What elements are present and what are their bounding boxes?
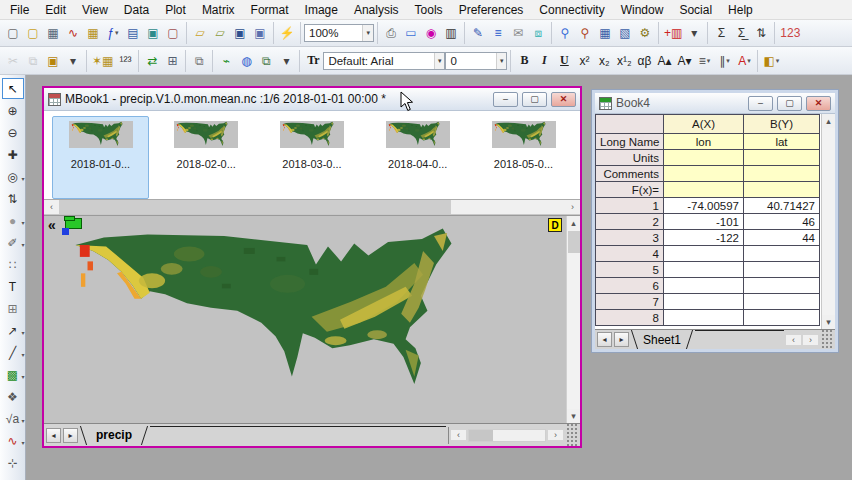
italic-button[interactable]: I: [534, 50, 554, 71]
cell-a[interactable]: -101: [664, 214, 744, 230]
tab-next-icon[interactable]: ▸: [614, 332, 629, 347]
chevron-down-icon[interactable]: ▾: [434, 53, 445, 69]
tab-next-icon[interactable]: ▸: [63, 428, 78, 443]
cell-b[interactable]: lat: [744, 134, 820, 150]
tab-precip[interactable]: precip: [80, 426, 148, 445]
connector-clone-button[interactable]: ⧉: [256, 50, 276, 71]
save-project-button[interactable]: ▣: [230, 23, 250, 44]
cell-b[interactable]: 44: [744, 230, 820, 246]
data-connector-button[interactable]: ⌁: [216, 50, 236, 71]
menu-item[interactable]: Preferences: [451, 1, 532, 19]
menu-item[interactable]: Data: [116, 1, 157, 19]
data-reader-tool[interactable]: ◎: [2, 166, 24, 187]
minimize-button[interactable]: ‒: [748, 96, 773, 111]
menu-item[interactable]: Image: [297, 1, 346, 19]
set-values-button[interactable]: 123: [778, 23, 802, 44]
equation-tool[interactable]: √a: [2, 408, 24, 429]
close-button[interactable]: ✕: [551, 92, 576, 107]
zoom-out-tool[interactable]: ⊖: [2, 122, 24, 143]
slice-thumbnail[interactable]: 2018-01-0...: [52, 116, 149, 199]
cell-a[interactable]: -74.00597: [664, 198, 744, 214]
mbook1-titlebar[interactable]: MBook1 - precip.V1.0.mon.mean.nc :1/6 20…: [44, 88, 580, 111]
worksheet-view-button[interactable]: ▦: [595, 23, 615, 44]
row-header-cell[interactable]: 7: [596, 294, 664, 310]
polygon-tool[interactable]: ▩: [2, 364, 24, 385]
menu-item[interactable]: Social: [671, 1, 720, 19]
row-header-cell[interactable]: 3: [596, 230, 664, 246]
sheet-vertical-scrollbar[interactable]: ▴ ▾: [821, 114, 835, 329]
sum-column-button[interactable]: Σ: [711, 23, 731, 44]
cell-b[interactable]: [744, 310, 820, 326]
scroll-up-icon[interactable]: ▴: [567, 216, 581, 230]
cell-a[interactable]: [664, 310, 744, 326]
row-header-cell[interactable]: Comments: [596, 166, 664, 182]
distribute-button[interactable]: ∥: [714, 50, 734, 71]
font-button[interactable]: Tr: [303, 50, 323, 71]
scrollbar-thumb[interactable]: [59, 200, 451, 214]
scroll-down-icon[interactable]: ▾: [567, 409, 581, 423]
row-header-cell[interactable]: 8: [596, 310, 664, 326]
find-button[interactable]: ⚲: [575, 23, 595, 44]
cell-b[interactable]: 46: [744, 214, 820, 230]
insert-graph-tool[interactable]: ∿: [2, 430, 24, 451]
menu-item[interactable]: View: [74, 1, 116, 19]
pan-tool[interactable]: ❖: [2, 386, 24, 407]
subscript-button[interactable]: x₂: [594, 50, 614, 71]
cell-a[interactable]: [664, 294, 744, 310]
menu-item[interactable]: Connectivity: [531, 1, 612, 19]
tab-prev-icon[interactable]: ◂: [597, 332, 612, 347]
cell-a[interactable]: lon: [664, 134, 744, 150]
font-color-button[interactable]: A: [734, 50, 754, 71]
new-graph-button[interactable]: ∿: [63, 23, 83, 44]
scroll-right-icon[interactable]: ›: [548, 430, 563, 440]
minimize-button[interactable]: ‒: [493, 92, 518, 107]
row-header-cell[interactable]: Long Name: [596, 134, 664, 150]
line-tool[interactable]: ╱: [2, 342, 24, 363]
data-connector-icon[interactable]: [65, 218, 82, 229]
new-function-button[interactable]: ƒ: [103, 23, 123, 44]
menu-item[interactable]: Edit: [37, 1, 74, 19]
column-header-a[interactable]: A(X): [664, 115, 744, 134]
draw-data-tool[interactable]: ✐: [2, 232, 24, 253]
reimport-direct-button[interactable]: ⊞: [162, 50, 182, 71]
new-project-button[interactable]: ▢: [3, 23, 23, 44]
import-wizard-button[interactable]: ✶▦: [90, 50, 115, 71]
edit-page-button[interactable]: ✎: [468, 23, 488, 44]
menu-item[interactable]: Plot: [157, 1, 194, 19]
open-button[interactable]: ▱: [190, 23, 210, 44]
options-button[interactable]: ⚙: [635, 23, 655, 44]
superscript-button[interactable]: x²: [574, 50, 594, 71]
menu-item[interactable]: File: [2, 1, 37, 19]
decrease-font-button[interactable]: A▾: [674, 50, 694, 71]
pointer-tool[interactable]: ↖: [2, 78, 24, 99]
bold-button[interactable]: B: [514, 50, 534, 71]
resize-grip[interactable]: [565, 424, 578, 446]
video-button[interactable]: ▥: [441, 23, 461, 44]
web-connector-button[interactable]: ◍: [236, 50, 256, 71]
cell-b[interactable]: 40.71427: [744, 198, 820, 214]
scroll-left-icon[interactable]: ‹: [44, 200, 59, 214]
new-workbook-button[interactable]: ▦: [43, 23, 63, 44]
cell-b[interactable]: [744, 182, 820, 198]
close-button[interactable]: ✕: [806, 96, 831, 111]
zoom-in-tool[interactable]: ⊕: [2, 100, 24, 121]
rescale-tool[interactable]: ⊹: [2, 452, 24, 473]
import-ascii-button[interactable]: ¹²³: [115, 50, 135, 71]
cell-b[interactable]: [744, 166, 820, 182]
map-horizontal-scrollbar[interactable]: [468, 429, 546, 442]
menu-item[interactable]: Analysis: [346, 1, 407, 19]
mask-tool[interactable]: ●: [2, 210, 24, 231]
slice-thumbnail[interactable]: 2018-02-0...: [158, 116, 255, 199]
scroll-right-icon[interactable]: ›: [803, 335, 818, 345]
row-header-cell[interactable]: Units: [596, 150, 664, 166]
thumbnail-scrollbar[interactable]: ‹ ›: [44, 200, 580, 215]
resize-grip[interactable]: [820, 330, 833, 349]
font-family-combo[interactable]: Default: Arial ▾: [323, 52, 445, 70]
scrollbar-thumb[interactable]: [469, 430, 493, 441]
regional-select-tool[interactable]: ∷: [2, 254, 24, 275]
menu-item[interactable]: Matrix: [194, 1, 243, 19]
cell-b[interactable]: [744, 294, 820, 310]
restore-button[interactable]: ▢: [777, 96, 802, 111]
underline-button[interactable]: U: [554, 50, 574, 71]
cell-a[interactable]: -122: [664, 230, 744, 246]
